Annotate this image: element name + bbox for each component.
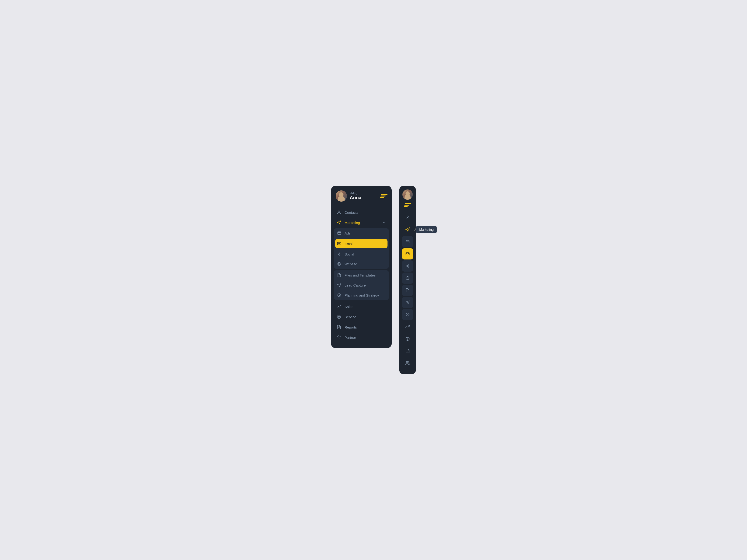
svg-rect-23 — [406, 240, 409, 243]
svg-line-9 — [339, 254, 340, 255]
leadcapture-label: Lead Capture — [344, 283, 366, 287]
svg-rect-1 — [338, 232, 341, 235]
sales-label: Sales — [344, 305, 386, 309]
social-label: Social — [344, 252, 354, 256]
collapsed-reports[interactable] — [402, 345, 413, 356]
collapsed-email[interactable] — [402, 248, 413, 260]
email-label: Email — [344, 242, 354, 246]
collapsed-logo-icon — [404, 203, 412, 207]
reports-label: Reports — [344, 325, 386, 329]
sidebar-item-contacts[interactable]: Contacts — [334, 207, 389, 217]
partner-icon — [337, 335, 341, 340]
collapsed-email-icon — [406, 252, 410, 256]
files-icon — [337, 273, 341, 277]
collapsed-stripe-1 — [405, 203, 411, 204]
logo-stripe-1 — [381, 194, 387, 195]
website-icon — [337, 262, 341, 266]
sidebar-item-service[interactable]: Service — [334, 312, 389, 322]
sidebar-item-partner[interactable]: Partner — [334, 332, 389, 343]
collapsed-ads[interactable] — [402, 236, 413, 247]
sidebar-item-marketing[interactable]: Marketing — [334, 217, 389, 228]
logo-stripe-2 — [380, 195, 386, 196]
sidebar-item-reports[interactable]: Reports — [334, 322, 389, 332]
submenu-item-social[interactable]: Social — [334, 249, 389, 259]
email-icon — [337, 241, 341, 246]
collapsed-contacts[interactable] — [402, 212, 413, 223]
svg-point-21 — [338, 336, 339, 338]
collapsed-stripe-2 — [404, 205, 409, 206]
collapsed-website-icon — [406, 276, 410, 280]
svg-line-8 — [339, 253, 340, 254]
collapsed-sales[interactable] — [402, 321, 413, 332]
collapsed-ads-icon — [406, 240, 410, 244]
collapsed-website[interactable] — [402, 272, 413, 284]
sidebar-collapsed: ↗ Marketing — [399, 186, 416, 374]
collapsed-nav: ↗ Marketing — [399, 212, 416, 369]
svg-line-31 — [407, 266, 408, 267]
subgroup-item-leadcapture[interactable]: Lead Capture — [334, 280, 389, 290]
collapsed-planning-icon — [406, 313, 410, 317]
marketing-section: Marketing — [331, 217, 392, 228]
submenu-item-email[interactable]: Email — [335, 239, 387, 248]
collapsed-service[interactable] — [402, 333, 413, 344]
collapsed-service-icon — [405, 337, 410, 341]
collapsed-lead-icon — [406, 300, 410, 304]
files-label: Files and Templates — [344, 273, 376, 277]
social-icon — [337, 252, 341, 256]
sidebar-header: Hello, Anna — [331, 186, 392, 207]
collapsed-reports-icon — [405, 349, 410, 353]
marketing-subgroup: Files and Templates Lead Capture Plannin… — [334, 270, 389, 300]
svg-marker-33 — [406, 301, 409, 304]
collapsed-marketing[interactable] — [402, 224, 413, 235]
header-left: Hello, Anna — [336, 190, 361, 202]
subgroup-item-planning[interactable]: Planning and Strategy — [334, 290, 389, 300]
collapsed-header — [403, 186, 413, 212]
svg-point-43 — [406, 362, 408, 363]
collapsed-social[interactable] — [402, 260, 413, 272]
svg-point-6 — [340, 253, 340, 254]
collapsed-planning[interactable] — [402, 309, 413, 320]
collapsed-marketing-icon — [405, 227, 410, 232]
ads-icon — [337, 231, 341, 235]
marketing-label: Marketing — [344, 221, 379, 225]
submenu-item-ads[interactable]: Ads — [334, 228, 389, 238]
collapsed-files-icon — [406, 288, 410, 292]
collapsed-leadcapture[interactable] — [402, 297, 413, 308]
contacts-icon — [337, 210, 341, 215]
collapsed-contacts-icon — [405, 215, 410, 220]
marketing-submenu: Ads Email Social — [334, 228, 389, 269]
logo-icon — [380, 194, 388, 198]
user-name: Anna — [350, 195, 361, 201]
collapsed-marketing-wrapper: ↗ Marketing — [402, 224, 413, 235]
ads-label: Ads — [344, 231, 351, 235]
reports-icon — [337, 325, 341, 329]
collapsed-avatar — [403, 189, 413, 200]
svg-point-22 — [407, 216, 409, 217]
subgroup-item-files[interactable]: Files and Templates — [334, 270, 389, 280]
service-label: Service — [344, 315, 386, 319]
nav-section: Contacts — [331, 207, 392, 217]
collapsed-partner-icon — [405, 361, 410, 365]
svg-point-29 — [408, 267, 409, 267]
svg-point-7 — [340, 255, 340, 256]
sidebar-item-sales[interactable]: Sales — [334, 301, 389, 312]
service-icon — [337, 315, 341, 319]
leadcapture-icon — [337, 283, 341, 287]
sales-section: Sales Service — [331, 301, 392, 343]
greeting-label: Hello, — [350, 192, 361, 195]
svg-point-14 — [338, 316, 340, 318]
partner-label: Partner — [344, 336, 386, 340]
chevron-down-icon — [382, 221, 386, 224]
avatar — [336, 190, 347, 202]
svg-marker-11 — [338, 284, 341, 287]
submenu-item-website[interactable]: Website — [334, 259, 389, 269]
sidebar-expanded: Hello, Anna Contacts — [331, 186, 392, 348]
collapsed-partner[interactable] — [402, 357, 413, 369]
collapsed-files[interactable] — [402, 285, 413, 296]
logo-stripe-3 — [380, 197, 384, 198]
planning-label: Planning and Strategy — [344, 293, 379, 297]
marketing-tooltip: Marketing — [416, 226, 437, 233]
marketing-icon — [337, 220, 341, 225]
collapsed-social-icon — [406, 264, 410, 268]
svg-point-36 — [407, 338, 408, 340]
